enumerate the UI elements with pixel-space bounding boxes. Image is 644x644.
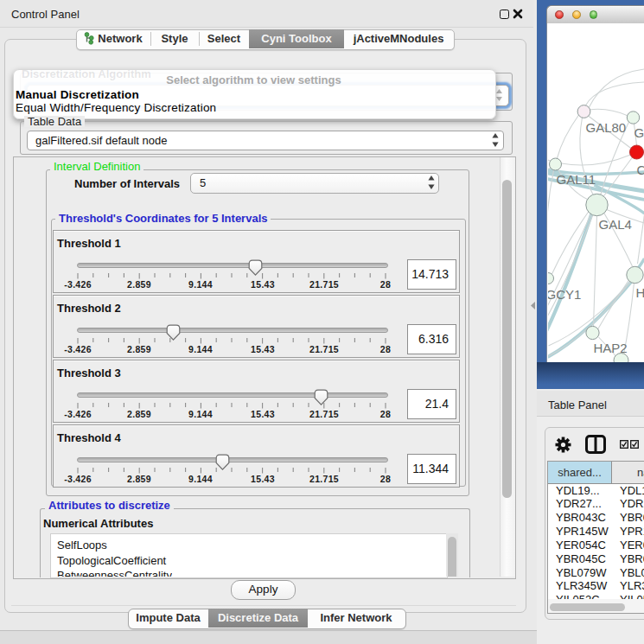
svg-text:CR: CR [637, 163, 644, 177]
svg-text:HA: HA [636, 285, 644, 300]
svg-text:GAL11: GAL11 [557, 172, 596, 187]
svg-text:GAL80: GAL80 [586, 120, 627, 135]
svg-text:GA: GA [634, 125, 644, 140]
svg-text:GCY1: GCY1 [548, 287, 581, 302]
svg-text:HAP2: HAP2 [594, 341, 628, 355]
svg-text:GAL4: GAL4 [599, 217, 632, 232]
